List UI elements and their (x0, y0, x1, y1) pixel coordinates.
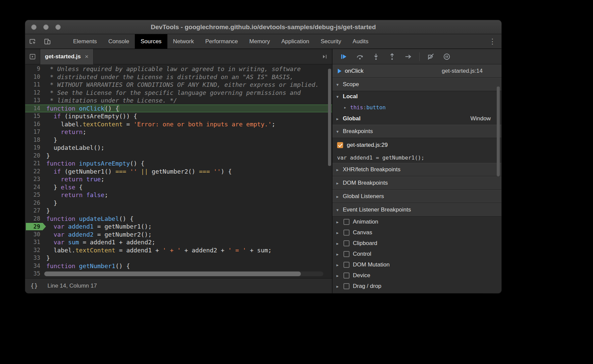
tab-elements[interactable]: Elements (67, 34, 103, 49)
breakpoints-section-header[interactable]: ▾ Breakpoints (332, 125, 501, 138)
line-number-34[interactable]: 34 (25, 262, 44, 270)
breakpoint-checkbox[interactable] (337, 142, 343, 148)
scope-local-row[interactable]: ▾ Local (332, 91, 501, 102)
event-listener-category-drag-drop[interactable]: ▸Drag / drop (332, 281, 501, 292)
event-listener-category-dom-mutation[interactable]: ▸DOM Mutation (332, 259, 501, 270)
paused-location[interactable]: get-started.js:14 (442, 68, 483, 74)
event-listener-category-clipboard[interactable]: ▸Clipboard (332, 238, 501, 249)
line-number-15[interactable]: 15 (25, 112, 44, 120)
line-number-13[interactable]: 13 (25, 97, 44, 105)
line-number-11[interactable]: 11 (25, 81, 44, 89)
breakpoint-location: get-started.js:29 (347, 142, 388, 148)
devtools-content: get-started.js × 9 * Unless required by … (25, 49, 501, 293)
category-checkbox[interactable] (343, 262, 349, 268)
breakpoint-marker[interactable]: 29 (26, 223, 46, 231)
line-number-16[interactable]: 16 (25, 120, 44, 128)
line-number-9[interactable]: 9 (25, 65, 44, 73)
section-header-dom-breakpoints[interactable]: ▸DOM Breakpoints (332, 176, 501, 190)
show-source-order-icon[interactable] (317, 49, 332, 64)
more-options-icon[interactable]: ⋮ (489, 38, 496, 45)
event-listener-category-geolocation[interactable]: ▸Geolocation (332, 292, 501, 293)
variable-value: button (366, 104, 386, 111)
step-icon[interactable] (400, 49, 416, 64)
zoom-window-button[interactable] (55, 24, 61, 30)
paused-on-function-row[interactable]: onClick get-started.js:14 (332, 64, 501, 78)
line-number-35[interactable]: 35 (25, 270, 44, 278)
event-listener-breakpoints-header[interactable]: ▾ Event Listener Breakpoints (332, 203, 501, 217)
line-number-20[interactable]: 20 (25, 152, 44, 160)
tab-application[interactable]: Application (276, 34, 315, 49)
line-number-28[interactable]: 28 (25, 215, 44, 223)
device-toolbar-icon[interactable] (40, 34, 55, 49)
line-number-23[interactable]: 23 (25, 175, 44, 183)
line-number-31[interactable]: 31 (25, 238, 44, 246)
step-over-icon[interactable] (352, 49, 368, 64)
line-number-19[interactable]: 19 (25, 144, 44, 152)
category-checkbox[interactable] (343, 230, 349, 236)
deactivate-breakpoints-icon[interactable] (423, 49, 439, 64)
category-checkbox[interactable] (343, 219, 349, 225)
event-listener-category-control[interactable]: ▸Control (332, 249, 501, 259)
chevron-right-icon: ▸ (336, 116, 343, 121)
category-checkbox[interactable] (343, 283, 349, 289)
tab-security[interactable]: Security (315, 34, 347, 49)
line-number-17[interactable]: 17 (25, 128, 44, 136)
line-number-29[interactable]: 29 (25, 223, 44, 231)
section-header-global-listeners[interactable]: ▸Global Listeners (332, 190, 501, 203)
inspect-element-icon[interactable] (25, 34, 40, 49)
step-into-icon[interactable] (368, 49, 384, 64)
scope-section-header[interactable]: ▾ Scope (332, 78, 501, 91)
line-number-25[interactable]: 25 (25, 191, 44, 199)
code-text: return true; (44, 175, 332, 183)
line-number-21[interactable]: 21 (25, 160, 44, 168)
scope-this-row[interactable]: ▸ this: button (332, 102, 501, 113)
traffic-lights (31, 20, 61, 34)
line-number-26[interactable]: 26 (25, 199, 44, 207)
tab-audits[interactable]: Audits (347, 34, 374, 49)
line-number-30[interactable]: 30 (25, 231, 44, 239)
event-listener-category-device[interactable]: ▸Device (332, 270, 501, 281)
line-number-32[interactable]: 32 (25, 246, 44, 254)
minimize-window-button[interactable] (43, 24, 49, 30)
event-listener-category-canvas[interactable]: ▸Canvas (332, 227, 501, 238)
tab-sources[interactable]: Sources (135, 34, 167, 49)
code-editor: 9 * Unless required by applicable law or… (25, 64, 332, 278)
step-out-icon[interactable] (384, 49, 400, 64)
pretty-print-button[interactable]: {} (31, 283, 38, 289)
category-checkbox[interactable] (343, 272, 349, 279)
category-checkbox[interactable] (343, 240, 349, 246)
breakpoint-entry[interactable]: get-started.js:29 (332, 138, 501, 152)
line-number-22[interactable]: 22 (25, 168, 44, 176)
section-header-xhr-fetch-breakpoints[interactable]: ▸XHR/fetch Breakpoints (332, 163, 501, 176)
resume-script-execution-icon[interactable] (336, 49, 352, 64)
code-line-20: 20} (25, 152, 332, 160)
event-listener-category-animation[interactable]: ▸Animation (332, 217, 501, 227)
file-tab-get-started[interactable]: get-started.js × (40, 49, 94, 64)
category-label: Clipboard (353, 240, 377, 247)
tab-performance[interactable]: Performance (200, 34, 244, 49)
editor-vertical-scrollbar[interactable] (328, 69, 331, 166)
horizontal-scrollbar-thumb[interactable] (44, 271, 301, 276)
scope-global-row[interactable]: ▸ Global Window (332, 113, 501, 125)
close-tab-icon[interactable]: × (85, 53, 89, 60)
editor-horizontal-scrollbar[interactable] (44, 271, 323, 276)
breakpoint-code-preview[interactable]: var addend1 = getNumber1(); (332, 152, 501, 163)
tab-console[interactable]: Console (103, 34, 135, 49)
line-number-27[interactable]: 27 (25, 207, 44, 215)
tab-memory[interactable]: Memory (244, 34, 275, 49)
line-number-24[interactable]: 24 (25, 183, 44, 191)
sidebar-vertical-scrollbar[interactable] (497, 86, 500, 176)
line-number-18[interactable]: 18 (25, 136, 44, 144)
line-number-36[interactable]: 36 (25, 278, 44, 279)
show-navigator-icon[interactable] (25, 49, 40, 64)
code-line-13: 13 * limitations under the License. */ (25, 97, 332, 105)
line-number-33[interactable]: 33 (25, 254, 44, 262)
code-rows: 9 * Unless required by applicable law or… (25, 65, 332, 278)
line-number-12[interactable]: 12 (25, 89, 44, 97)
category-checkbox[interactable] (343, 251, 349, 257)
tab-network[interactable]: Network (167, 34, 200, 49)
line-number-10[interactable]: 10 (25, 73, 44, 81)
pause-on-exceptions-icon[interactable] (439, 49, 455, 64)
close-window-button[interactable] (31, 24, 37, 30)
line-number-14[interactable]: 14 (25, 105, 44, 113)
